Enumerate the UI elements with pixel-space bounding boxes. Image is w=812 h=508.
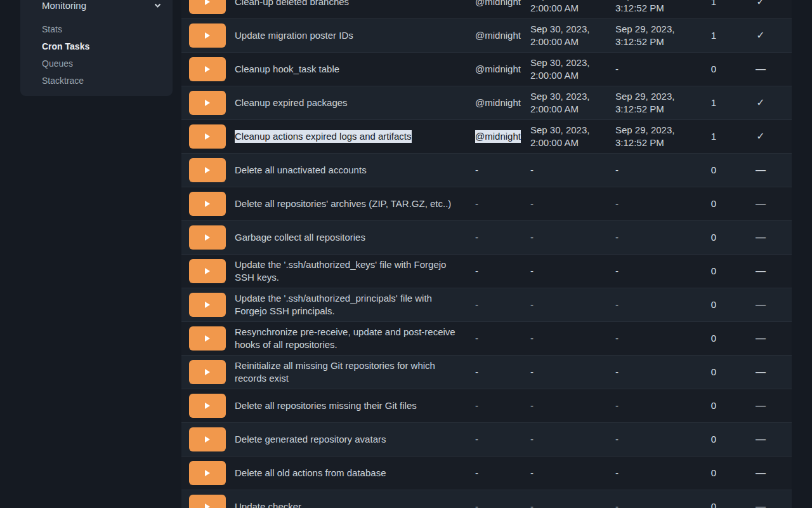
run-task-button[interactable] [189, 0, 226, 14]
task-next-run: Sep 30, 2023, 2:00:00 AM [530, 0, 589, 15]
task-status-icon: ✓ [756, 130, 764, 143]
task-previous-run: - [615, 366, 619, 378]
task-name: Cleanup expired packages [235, 97, 348, 109]
task-previous-run: - [615, 500, 619, 508]
cron-task-row: Delete all repositories missing their Gi… [181, 389, 792, 423]
cron-task-row: Garbage collect all repositories - - - 0… [181, 221, 792, 255]
task-previous-run: - [615, 298, 619, 311]
task-exec-count: 0 [711, 164, 716, 177]
task-next-run: - [530, 231, 534, 244]
task-status-icon: — [756, 265, 766, 277]
run-task-button[interactable] [189, 461, 226, 485]
task-status-icon: — [756, 197, 766, 210]
task-next-run: - [530, 433, 534, 446]
task-next-run: Sep 30, 2023, 2:00:00 AM [530, 90, 589, 116]
cron-task-row: Cleanup hook_task table @midnight Sep 30… [181, 53, 792, 86]
run-task-button[interactable] [189, 57, 226, 81]
task-name: Delete all repositories missing their Gi… [235, 399, 417, 412]
cron-task-row: Cleanup expired packages @midnight Sep 3… [181, 86, 792, 120]
sidebar-item-stats[interactable]: Stats [42, 20, 162, 37]
monitoring-sidebar: Monitoring Stats Cron Tasks Queues Stack… [20, 0, 173, 96]
run-task-button[interactable] [189, 259, 226, 283]
task-exec-count: 1 [711, 29, 716, 42]
task-schedule: - [475, 265, 478, 277]
run-task-button[interactable] [189, 394, 226, 418]
task-schedule: @midnight [475, 97, 521, 109]
task-status-icon: ✓ [756, 0, 764, 8]
task-schedule: - [475, 500, 478, 508]
task-next-run: Sep 30, 2023, 2:00:00 AM [530, 57, 589, 82]
task-schedule: - [475, 399, 478, 412]
task-schedule: @midnight [475, 0, 521, 8]
task-exec-count: 0 [711, 500, 716, 508]
play-icon [205, 403, 210, 409]
task-status-icon: — [756, 298, 766, 311]
play-icon [205, 369, 210, 375]
play-icon [205, 100, 210, 106]
task-exec-count: 0 [711, 366, 716, 378]
cron-task-row: Cleanup actions expired logs and artifac… [181, 120, 792, 154]
task-next-run: - [530, 399, 534, 412]
task-exec-count: 0 [711, 265, 716, 277]
task-previous-run: - [615, 399, 619, 412]
run-task-button[interactable] [189, 192, 226, 216]
task-name: Update migration poster IDs [235, 29, 353, 42]
run-task-button[interactable] [189, 158, 226, 182]
sidebar-item-label: Stacktrace [42, 76, 84, 86]
cron-task-row: Clean-up deleted branches @midnight Sep … [181, 0, 792, 19]
task-name: Delete all repositories' archives (ZIP, … [235, 197, 451, 210]
task-previous-run: Sep 29, 2023, 3:12:52 PM [615, 90, 674, 116]
chevron-down-icon[interactable] [153, 1, 162, 10]
task-exec-count: 0 [711, 231, 716, 244]
task-name: Update checker [235, 500, 301, 508]
sidebar-item-cron-tasks[interactable]: Cron Tasks [42, 37, 162, 55]
task-status-icon: — [756, 366, 766, 378]
run-task-button[interactable] [189, 326, 226, 351]
task-schedule: - [475, 467, 478, 479]
sidebar-item-stacktrace[interactable]: Stacktrace [42, 72, 162, 89]
task-schedule: - [475, 366, 478, 378]
play-icon [205, 436, 210, 443]
run-task-button[interactable] [189, 360, 226, 384]
sidebar-section-label: Monitoring [42, 0, 86, 11]
task-schedule: - [475, 197, 478, 210]
task-schedule: - [475, 164, 478, 177]
task-previous-run: Sep 29, 2023, 3:12:52 PM [615, 124, 674, 149]
sidebar-section-monitoring[interactable]: Monitoring [42, 0, 162, 13]
run-task-button[interactable] [189, 23, 226, 48]
task-status-icon: ✓ [756, 97, 764, 109]
run-task-button[interactable] [189, 91, 226, 115]
task-schedule: - [475, 231, 478, 244]
run-task-button[interactable] [189, 293, 226, 317]
task-exec-count: 0 [711, 399, 716, 412]
task-next-run: - [530, 164, 534, 177]
run-task-button[interactable] [189, 427, 226, 451]
task-exec-count: 0 [711, 467, 716, 479]
cron-task-row: Delete all repositories' archives (ZIP, … [181, 187, 792, 221]
task-previous-run: - [615, 164, 619, 177]
run-task-button[interactable] [189, 225, 226, 250]
task-status-icon: — [756, 500, 766, 508]
play-icon [205, 470, 210, 476]
play-icon [205, 32, 210, 39]
task-next-run: Sep 30, 2023, 2:00:00 AM [530, 124, 589, 149]
play-icon [205, 302, 210, 308]
task-schedule: @midnight [475, 130, 521, 143]
task-schedule: - [475, 332, 478, 345]
task-next-run: - [530, 366, 534, 378]
task-next-run: - [530, 265, 534, 277]
sidebar-item-queues[interactable]: Queues [42, 55, 162, 72]
run-task-button[interactable] [189, 124, 226, 149]
task-next-run: - [530, 197, 534, 210]
task-exec-count: 0 [711, 197, 716, 210]
task-exec-count: 1 [711, 97, 716, 109]
play-icon [205, 201, 210, 207]
run-task-button[interactable] [189, 495, 226, 508]
task-name: Delete generated repository avatars [235, 433, 386, 446]
cron-task-row: Reinitialize all missing Git repositorie… [181, 356, 792, 389]
cron-task-row: Delete all unactivated accounts - - - 0 … [181, 154, 792, 187]
play-icon [205, 66, 210, 72]
task-previous-run: - [615, 197, 619, 210]
task-previous-run: - [615, 63, 619, 76]
cron-task-row: Update migration poster IDs @midnight Se… [181, 19, 792, 53]
